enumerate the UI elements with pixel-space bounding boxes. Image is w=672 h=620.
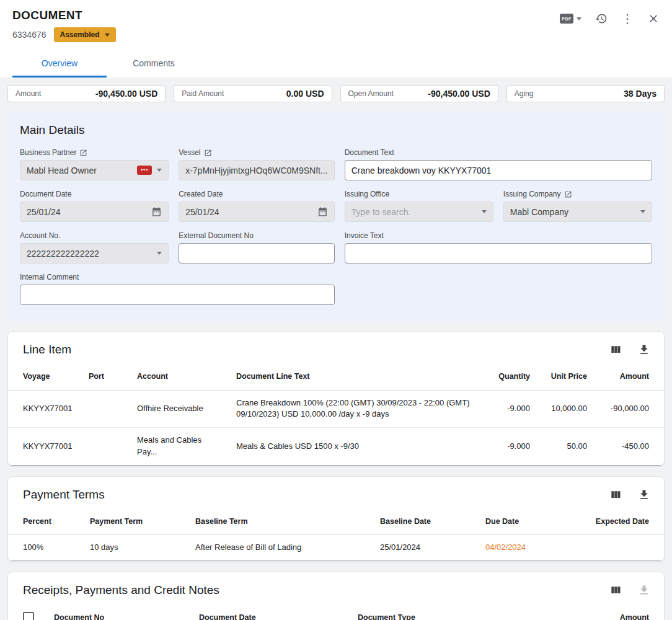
summary-label: Aging (515, 89, 534, 98)
chevron-down-icon (157, 169, 162, 172)
download-icon (638, 584, 650, 596)
summary-value: 38 Days (624, 89, 657, 99)
select-all-cell (8, 604, 46, 620)
business-partner-select[interactable]: Mabl Head Owner ••• (20, 160, 169, 180)
account-no-label: Account No. (20, 231, 60, 240)
internal-comment-input[interactable] (20, 285, 335, 305)
document-text-input[interactable] (345, 160, 652, 180)
calendar-icon[interactable] (317, 206, 328, 217)
table-row[interactable]: 100% 10 days After Release of Bill of La… (8, 535, 664, 561)
line-item-columns-button[interactable] (609, 343, 622, 356)
chevron-down-icon (157, 252, 162, 255)
column-header: Document No (46, 604, 192, 620)
pdf-button[interactable]: PDF (560, 14, 581, 24)
close-button[interactable] (647, 12, 660, 25)
more-menu-button[interactable]: ⋮ (621, 12, 634, 25)
cell-account: Meals and Cables Pay... (130, 428, 229, 466)
cell-amount: -90,000.00 (595, 390, 664, 428)
receipts-header-row: Document No Document Date Document Type … (8, 604, 664, 620)
line-item-header-row: Voyage Port Account Document Line Text Q… (8, 364, 664, 390)
receipts-section: Receipts, Payments and Credit Notes Docu… (7, 572, 665, 620)
chevron-down-icon (640, 210, 645, 213)
cell-baseline-term: After Release of Bill of Lading (188, 535, 373, 561)
partner-alert-chip-icon[interactable]: ••• (137, 166, 152, 175)
created-date-field: Created Date 25/01/24 (179, 190, 335, 222)
summary-label: Amount (15, 89, 41, 98)
payment-terms-columns-button[interactable] (609, 489, 622, 501)
issuing-company-field: Issuing Company Mabl Company (503, 190, 652, 222)
summary-cards-row: Amount -90,450.00 USD Paid Amount 0.00 U… (7, 85, 665, 102)
column-header: Unit Price (537, 364, 595, 390)
invoice-text-label: Invoice Text (345, 231, 384, 240)
column-header: Due Date (478, 509, 568, 535)
column-header: Document Date (192, 604, 350, 620)
tab-bar: Overview Comments (12, 52, 660, 78)
cell-port (81, 428, 130, 466)
document-date-input[interactable]: 25/01/24 (20, 202, 169, 222)
receipts-title: Receipts, Payments and Credit Notes (23, 583, 219, 597)
summary-label: Paid Amount (182, 89, 224, 98)
status-badge-label: Assembled (60, 30, 100, 39)
open-in-new-icon[interactable] (204, 149, 212, 157)
created-date-input[interactable]: 25/01/24 (179, 202, 335, 222)
page-title: DOCUMENT (12, 9, 116, 22)
payment-terms-header-row: Percent Payment Term Baseline Term Basel… (8, 509, 664, 535)
document-number: 6334676 (12, 30, 46, 40)
account-no-value: 222222222222222 (27, 249, 152, 259)
issuing-office-select[interactable]: Type to search. (345, 202, 493, 222)
column-header: Baseline Term (188, 509, 373, 535)
chevron-down-icon (482, 210, 487, 213)
summary-card-amount: Amount -90,450.00 USD (7, 85, 166, 102)
tab-overview[interactable]: Overview (12, 52, 107, 78)
summary-card-open-amount: Open Amount -90,450.00 USD (340, 85, 498, 102)
account-no-select[interactable]: 222222222222222 (20, 243, 169, 264)
table-row[interactable]: KKYYX77001 Meals and Cables Pay... Meals… (8, 428, 664, 466)
invoice-text-field: Invoice Text (345, 231, 652, 264)
download-icon (638, 343, 650, 356)
cell-due-date: 04/02/2024 (478, 535, 568, 561)
column-header: Baseline Date (373, 509, 478, 535)
payment-terms-download-button[interactable] (638, 489, 650, 501)
main-details-title: Main Details (20, 123, 652, 137)
history-button[interactable] (595, 12, 608, 25)
issuing-company-select[interactable]: Mabl Company (503, 202, 652, 222)
document-date-value: 25/01/24 (27, 207, 146, 217)
columns-icon (609, 584, 622, 596)
cell-line-text: Crane Breakdown 100% (22:00 (GMT) 30/09/… (229, 390, 478, 428)
issuing-office-placeholder: Type to search. (351, 207, 477, 217)
calendar-icon[interactable] (151, 206, 162, 217)
open-in-new-icon[interactable] (79, 149, 87, 157)
tab-comments[interactable]: Comments (107, 52, 201, 78)
cell-voyage: KKYYX77001 (8, 390, 81, 428)
invoice-text-input[interactable] (345, 243, 652, 264)
column-header: Account (130, 364, 229, 390)
account-no-field: Account No. 222222222222222 (20, 231, 169, 264)
kebab-menu-icon: ⋮ (621, 12, 634, 25)
payment-terms-table: Percent Payment Term Baseline Term Basel… (8, 509, 664, 561)
chevron-down-icon (577, 17, 581, 20)
table-row[interactable]: KKYYX77001 Offhire Receivable Crane Brea… (8, 390, 664, 428)
business-partner-label: Business Partner (20, 148, 76, 157)
vessel-input[interactable]: x-7pMnHjyjimtxgHOq6WC0M9SNft... (179, 160, 335, 180)
column-header: Document Type (350, 604, 583, 620)
line-item-download-button[interactable] (638, 343, 650, 356)
column-header: Port (81, 364, 130, 390)
cell-quantity: -9.000 (478, 428, 537, 466)
line-item-section: Line Item Voyage Port Account (7, 331, 665, 466)
columns-icon (609, 489, 622, 501)
columns-icon (609, 343, 622, 356)
external-document-no-input[interactable] (179, 243, 335, 264)
column-header: Quantity (478, 364, 537, 390)
payment-terms-section: Payment Terms Percent Payment Term Basel (7, 476, 665, 562)
select-all-checkbox[interactable] (23, 612, 34, 620)
issuing-office-label: Issuing Office (345, 190, 389, 198)
business-partner-field: Business Partner Mabl Head Owner ••• (20, 148, 169, 180)
cell-voyage: KKYYX77001 (8, 428, 81, 466)
column-header: Percent (8, 509, 82, 535)
created-date-label: Created Date (179, 190, 223, 198)
status-badge-dropdown[interactable]: Assembled (54, 27, 116, 42)
receipts-download-button[interactable] (638, 584, 650, 596)
receipts-columns-button[interactable] (609, 584, 622, 596)
column-header: Amount (583, 604, 664, 620)
open-in-new-icon[interactable] (564, 190, 572, 198)
